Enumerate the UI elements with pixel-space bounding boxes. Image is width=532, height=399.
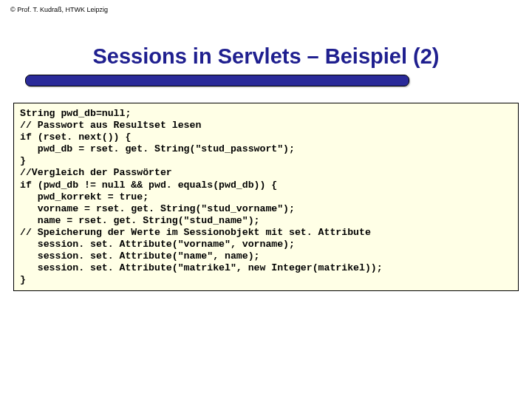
slide-title: Sessions in Servlets – Beispiel (2) [0, 44, 532, 69]
title-underline-bar [25, 75, 409, 86]
code-content: String pwd_db=null; // Passwort aus Resu… [20, 108, 512, 286]
copyright-text: © Prof. T. Kudraß, HTWK Leipzig [0, 0, 532, 13]
title-underline [25, 75, 409, 86]
code-box: String pwd_db=null; // Passwort aus Resu… [13, 103, 519, 291]
